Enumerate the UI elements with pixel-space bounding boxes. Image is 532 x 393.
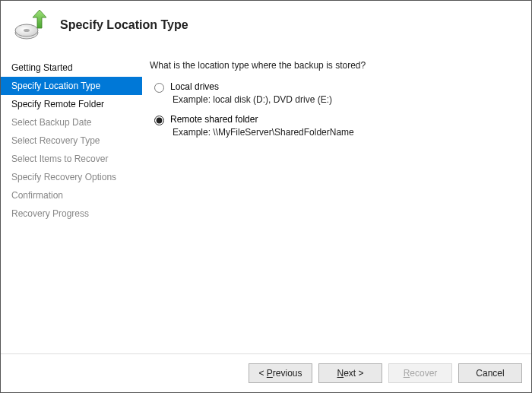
cancel-button[interactable]: Cancel (458, 363, 522, 383)
restore-icon (14, 10, 48, 40)
radio-remote-shared-folder[interactable] (154, 116, 164, 125)
next-button[interactable]: Next > (318, 363, 382, 383)
step-specify-location-type[interactable]: Specify Location Type (1, 77, 142, 95)
page-title: Specify Location Type (60, 18, 188, 32)
wizard-header: Specify Location Type (1, 1, 531, 52)
wizard-content: What is the location type where the back… (142, 52, 531, 353)
step-recovery-options: Specify Recovery Options (1, 168, 142, 186)
option-remote-shared-folder-example: Example: \\MyFileServer\SharedFolderName (150, 127, 516, 138)
radio-local-drives[interactable] (154, 83, 164, 93)
option-local-drives-example: Example: local disk (D:), DVD drive (E:) (150, 94, 516, 105)
step-confirmation: Confirmation (1, 186, 142, 204)
step-getting-started[interactable]: Getting Started (1, 59, 142, 77)
wizard-steps-sidebar: Getting Started Specify Location Type Sp… (1, 52, 142, 353)
option-local-drives[interactable]: Local drives (150, 81, 516, 93)
question-text: What is the location type where the back… (150, 60, 516, 71)
option-remote-shared-folder-label: Remote shared folder (170, 114, 258, 125)
wizard-footer: < Previous Next > Recover Cancel (1, 353, 531, 392)
step-recovery-progress: Recovery Progress (1, 204, 142, 223)
wizard-body: Getting Started Specify Location Type Sp… (1, 52, 531, 353)
option-local-drives-label: Local drives (170, 81, 219, 92)
recover-button: Recover (388, 363, 452, 383)
svg-point-2 (24, 29, 30, 32)
step-select-backup-date: Select Backup Date (1, 113, 142, 132)
step-specify-remote-folder[interactable]: Specify Remote Folder (1, 95, 142, 113)
step-select-recovery-type: Select Recovery Type (1, 132, 142, 150)
previous-button[interactable]: < Previous (249, 363, 312, 383)
wizard-window: Specify Location Type Getting Started Sp… (0, 0, 532, 393)
option-remote-shared-folder[interactable]: Remote shared folder (150, 114, 516, 125)
step-select-items: Select Items to Recover (1, 150, 142, 168)
